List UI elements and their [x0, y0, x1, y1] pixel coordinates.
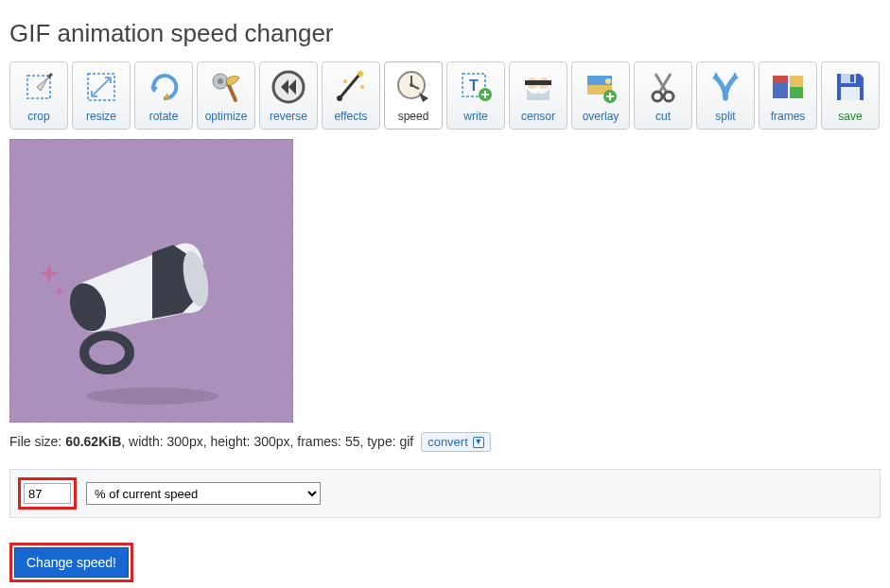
- svg-point-29: [84, 336, 130, 370]
- file-info: File size: 60.62KiB, width: 300px, heigh…: [9, 432, 881, 452]
- svg-rect-23: [773, 76, 788, 83]
- resize-icon: [80, 66, 122, 108]
- tool-split[interactable]: split: [696, 61, 755, 130]
- svg-point-3: [218, 78, 223, 84]
- type-label: , type: gif: [359, 434, 413, 449]
- page-title: GIF animation speed changer: [9, 19, 881, 48]
- speed-input-highlight: [18, 477, 77, 510]
- size-value: 60.62KiB: [65, 434, 121, 449]
- tool-label: overlay: [583, 110, 620, 123]
- censor-icon: [517, 66, 559, 108]
- tool-label: effects: [334, 110, 367, 123]
- width-label: , width: 300px: [121, 434, 202, 449]
- gif-preview: [9, 139, 293, 423]
- tool-overlay[interactable]: overlay: [571, 61, 630, 130]
- tool-frames[interactable]: frames: [759, 61, 817, 130]
- rotate-icon: [143, 66, 184, 108]
- svg-rect-27: [850, 75, 854, 82]
- tool-label: optimize: [205, 110, 248, 123]
- svg-point-21: [664, 92, 673, 101]
- tool-optimize[interactable]: optimize: [197, 61, 255, 130]
- save-icon: [829, 66, 871, 108]
- tool-crop[interactable]: crop: [9, 61, 68, 130]
- speed-form-row: % of current speed: [9, 469, 881, 518]
- svg-point-18: [605, 78, 611, 84]
- crop-icon: [18, 66, 60, 108]
- svg-rect-25: [790, 87, 803, 98]
- cut-icon: [642, 66, 684, 108]
- tool-label: resize: [86, 110, 116, 123]
- tool-label: write: [463, 110, 487, 123]
- tool-speed[interactable]: speed: [384, 61, 443, 130]
- tool-cut[interactable]: cut: [634, 61, 692, 130]
- speed-icon: [393, 66, 434, 108]
- svg-point-9: [410, 83, 413, 87]
- tool-censor[interactable]: censor: [509, 61, 567, 130]
- shadow: [86, 388, 218, 405]
- tool-label: censor: [521, 110, 555, 123]
- tool-label: speed: [398, 110, 429, 123]
- chevron-down-icon: ▼: [473, 437, 484, 448]
- tool-reverse[interactable]: reverse: [259, 61, 318, 130]
- svg-point-20: [653, 92, 662, 101]
- speed-mode-select[interactable]: % of current speed: [86, 482, 321, 505]
- change-speed-button[interactable]: Change speed!: [14, 547, 129, 578]
- svg-point-6: [343, 79, 347, 83]
- overlay-icon: [580, 66, 621, 108]
- effects-icon: [330, 66, 372, 108]
- height-label: , height: 300px: [203, 434, 290, 449]
- frames-label: , frames: 55: [290, 434, 360, 449]
- tool-label: frames: [771, 110, 806, 123]
- svg-rect-15: [525, 80, 551, 85]
- tool-label: rotate: [149, 110, 179, 123]
- reverse-icon: [268, 66, 309, 108]
- tool-label: split: [715, 110, 735, 123]
- tool-resize[interactable]: resize: [72, 61, 131, 130]
- tool-label: reverse: [270, 110, 307, 123]
- tool-label: crop: [27, 110, 49, 123]
- tool-effects[interactable]: effects: [322, 61, 380, 130]
- svg-rect-28: [841, 87, 860, 100]
- speed-input[interactable]: [24, 483, 71, 504]
- tool-label: cut: [655, 110, 671, 123]
- tool-save[interactable]: save: [821, 61, 880, 130]
- tool-rotate[interactable]: rotate: [134, 61, 193, 130]
- optimize-icon: [205, 66, 247, 108]
- svg-point-5: [337, 95, 342, 101]
- write-icon: T: [455, 66, 497, 108]
- megaphone-icon: [58, 239, 228, 372]
- size-label: File size:: [9, 434, 65, 449]
- submit-highlight: Change speed!: [9, 543, 133, 582]
- sparkle-icon: [39, 263, 60, 284]
- svg-text:T: T: [469, 78, 479, 94]
- tool-label: save: [838, 110, 862, 123]
- svg-point-7: [360, 85, 364, 89]
- convert-button[interactable]: convert ▼: [421, 432, 491, 452]
- split-icon: [705, 66, 746, 108]
- convert-label: convert: [428, 435, 468, 449]
- frames-icon: [767, 66, 809, 108]
- tool-write[interactable]: T write: [446, 61, 505, 130]
- toolbar: crop resize rotate: [9, 61, 881, 130]
